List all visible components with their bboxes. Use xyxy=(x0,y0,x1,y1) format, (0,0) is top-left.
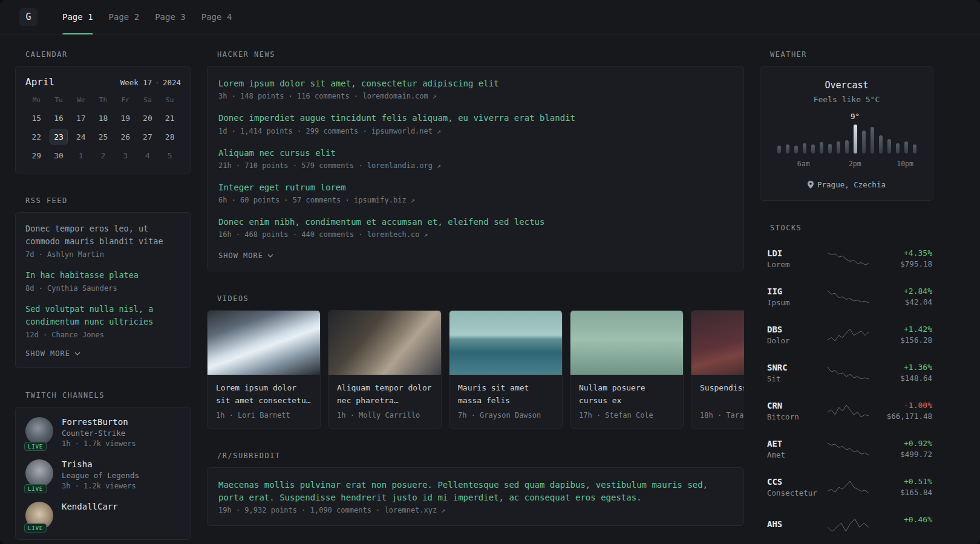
hackernews-item-domain[interactable]: loremtech.co xyxy=(367,230,420,239)
show-more-label: SHOW MORE xyxy=(25,349,70,358)
calendar-weekday: Th xyxy=(92,96,114,104)
rss-item: Donec tempor eros leo, ut commodo mauris… xyxy=(25,222,181,259)
stock-row[interactable]: DBS Dolor +1.42% $156.28 xyxy=(760,316,933,354)
hackernews-item-title[interactable]: Lorem ipsum dolor sit amet, consectetur … xyxy=(218,77,733,89)
weather-bar xyxy=(913,144,916,154)
stock-identity: CCS Consectetur xyxy=(767,477,825,497)
channel-info: Trisha League of Legends 3h · 1.2k viewe… xyxy=(62,459,139,490)
video-card[interactable]: Lorem ipsum dolor sit amet consectetu… 1… xyxy=(207,310,321,429)
calendar-grid: Mo Tu We Th Fr Sa Su xyxy=(25,96,181,163)
hackernews-item: Donec enim nibh, condimentum et accumsan… xyxy=(218,216,733,239)
weather-bar xyxy=(904,141,908,154)
video-card[interactable]: Suspendisse diam 18h · Tara xyxy=(691,310,744,429)
calendar-card: April Week 17·2024 Mo Tu We Th xyxy=(15,66,191,173)
video-meta: 18h · Tara xyxy=(700,411,744,419)
rss-item-title[interactable]: Sed volutpat nulla nisl, a condimentum n… xyxy=(25,303,181,328)
rss-item-title[interactable]: Donec tempor eros leo, ut commodo mauris… xyxy=(25,222,181,248)
calendar-weekday: Tu xyxy=(48,96,70,104)
stock-name: Amet xyxy=(767,450,825,459)
hackernews-item-meta: 16h · 468 points · 440 comments · loremt… xyxy=(218,230,733,239)
stock-values: +0.46% xyxy=(872,515,932,535)
app-logo[interactable]: G xyxy=(19,8,38,26)
middle-column: HACKER NEWS Lorem ipsum dolor sit amet, … xyxy=(207,50,744,526)
weather-time-label: 10pm xyxy=(897,160,913,168)
rss-item-title[interactable]: In hac habitasse platea xyxy=(25,269,181,282)
rss-item: In hac habitasse platea 8d · Cynthia Sau… xyxy=(25,269,181,293)
subreddit-widget-title: /R/SUBREDDIT xyxy=(217,452,744,460)
stock-name: Consectetur xyxy=(767,488,825,497)
subreddit-post-domain[interactable]: loremnet.xyz xyxy=(385,506,437,514)
hackernews-item-domain[interactable]: loremdomain.com xyxy=(362,92,428,100)
calendar-week-label: Week 17 xyxy=(120,78,152,87)
stock-row[interactable]: CCS Consectetur +0.51% $165.84 xyxy=(760,468,933,506)
stock-price: $66,171.48 xyxy=(872,412,932,421)
twitch-channel[interactable]: LIVE ForrestBurton Counter-Strike 1h · 1… xyxy=(25,417,181,448)
calendar-weekday: Su xyxy=(158,96,181,104)
weather-current-temp: 9° xyxy=(851,112,860,121)
calendar-day: 30 xyxy=(50,147,68,163)
stock-row[interactable]: SNRC Sit +1.36% $148.64 xyxy=(760,354,933,392)
twitch-channel[interactable]: LIVE Trisha League of Legends 3h · 1.2k … xyxy=(25,459,181,490)
rss-show-more-button[interactable]: SHOW MORE xyxy=(25,349,181,358)
calendar-day: 28 xyxy=(160,129,179,144)
subreddit-card: Maecenas mollis pulvinar erat non posuer… xyxy=(207,467,744,526)
stock-values: +1.36% $148.64 xyxy=(872,363,932,383)
weather-bar xyxy=(879,135,883,154)
stock-name: Lorem xyxy=(767,260,825,269)
calendar-day: 3 xyxy=(116,147,135,163)
hackernews-item-domain[interactable]: ipsumify.biz xyxy=(354,196,407,204)
calendar-day: 2 xyxy=(94,147,113,163)
subreddit-post-title[interactable]: Maecenas mollis pulvinar erat non posuer… xyxy=(218,479,733,504)
twitch-channel[interactable]: LIVE KendallCarr xyxy=(25,502,181,529)
hackernews-item-title[interactable]: Donec imperdiet augue tincidunt felis al… xyxy=(218,112,733,124)
video-title: Nullam posuere cursus ex xyxy=(579,382,675,407)
channel-meta: 3h · 1.2k viewers xyxy=(62,482,139,490)
hackernews-item-title[interactable]: Aliquam nec cursus elit xyxy=(218,147,733,159)
video-card[interactable]: Nullam posuere cursus ex 17h · Stefan Co… xyxy=(570,310,684,429)
weather-time-label: 2pm xyxy=(849,160,861,168)
stock-symbol: SNRC xyxy=(767,363,825,372)
nav-tab[interactable]: Page 3 xyxy=(147,0,194,34)
stock-row[interactable]: IIG Ipsum +2.84% $42.04 xyxy=(760,277,933,316)
hackernews-item-domain[interactable]: loremlandia.org xyxy=(367,161,433,170)
nav-tab[interactable]: Page 4 xyxy=(194,0,240,34)
hackernews-item-title[interactable]: Donec enim nibh, condimentum et accumsan… xyxy=(218,216,733,228)
stock-price: $42.04 xyxy=(872,297,932,306)
video-card[interactable]: Mauris sit amet massa felis 7h · Grayson… xyxy=(449,310,563,429)
weather-time-label: 6am xyxy=(797,160,810,168)
stock-symbol: AHS xyxy=(767,519,825,529)
hackernews-item-title[interactable]: Integer eget rutrum lorem xyxy=(218,181,733,193)
stock-row[interactable]: AET Amet +0.92% $499.72 xyxy=(760,430,933,468)
weather-location-label: Prague, Czechia xyxy=(817,180,886,189)
stock-values: +1.42% $156.28 xyxy=(872,325,932,345)
stock-row[interactable]: CRN Bitcorn -1.00% $66,171.48 xyxy=(760,392,933,430)
twitch-widget: TWITCH CHANNELS LIVE ForrestBurton Count… xyxy=(15,391,191,540)
calendar-widget: CALENDAR April Week 17·2024 Mo Tu We xyxy=(15,50,191,173)
external-link-icon: ↗ xyxy=(433,92,437,100)
chevron-down-icon xyxy=(74,352,80,355)
nav-tab[interactable]: Page 1 xyxy=(54,0,101,34)
live-badge: LIVE xyxy=(24,442,47,451)
weather-bar xyxy=(786,144,789,154)
calendar-weekday: We xyxy=(70,96,92,104)
weather-widget: WEATHER Overcast Feels like 5°C 9° 6am 2… xyxy=(760,50,933,201)
stock-change: +0.51% xyxy=(872,477,932,486)
calendar-widget-title: CALENDAR xyxy=(25,50,191,59)
video-thumbnail xyxy=(691,311,744,375)
stock-row[interactable]: LDI Lorem +4.35% $795.18 xyxy=(760,239,933,277)
weather-bar xyxy=(820,142,823,154)
calendar-day: 22 xyxy=(27,129,46,144)
video-title: Suspendisse diam xyxy=(700,382,744,407)
hackernews-widget: HACKER NEWS Lorem ipsum dolor sit amet, … xyxy=(207,50,744,271)
video-meta: 1h · Lori Barnett xyxy=(216,411,312,419)
hackernews-item-domain[interactable]: ipsumworld.net xyxy=(371,127,433,135)
hackernews-item-meta: 6h · 60 points · 57 comments · ipsumify.… xyxy=(218,196,733,204)
stock-row[interactable]: AHS +0.46% xyxy=(760,506,933,544)
hackernews-item-meta: 21h · 710 points · 579 comments · loreml… xyxy=(218,161,733,170)
videos-widget-title: VIDEOS xyxy=(217,294,744,303)
subreddit-post-meta: 19h · 9,932 points · 1,090 comments · lo… xyxy=(218,506,733,514)
videos-widget: VIDEOS Lorem ipsum dolor sit amet consec… xyxy=(207,294,744,429)
nav-tab[interactable]: Page 2 xyxy=(101,0,148,34)
video-card[interactable]: Aliquam tempor dolor nec pharetra… 1h · … xyxy=(328,310,442,429)
hackernews-show-more-button[interactable]: SHOW MORE xyxy=(218,251,733,260)
